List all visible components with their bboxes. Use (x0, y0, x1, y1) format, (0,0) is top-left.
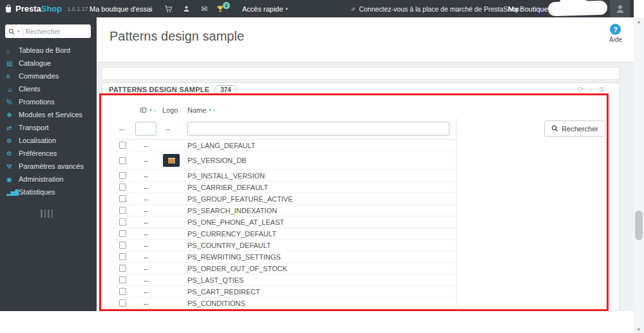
filter-row: -- -- (114, 118, 456, 140)
row-checkbox[interactable] (119, 230, 126, 237)
sidebar-menu-item[interactable]: ▂▅▇ Statistiques (0, 186, 97, 198)
row-checkbox[interactable] (119, 300, 126, 307)
row-name[interactable]: PS_VERSION_DB (187, 157, 456, 164)
sidebar-item-icon: % (6, 99, 19, 106)
brand-name: PrestaShop (15, 4, 62, 14)
sidebar-menu-item[interactable]: ⚙ Préférences (0, 147, 97, 160)
id-filter-input[interactable] (135, 122, 156, 136)
search-button[interactable]: Rechercher (544, 120, 605, 137)
cart-icon[interactable] (164, 0, 173, 17)
table-row: -- PS_CART_REDIRECT (114, 286, 456, 298)
column-header-id[interactable]: ID ▼▲ (133, 106, 159, 114)
marketplace-label: Connectez-vous à la place de marché de P… (359, 5, 519, 13)
row-checkbox[interactable] (119, 184, 126, 191)
marketplace-link[interactable]: ∞ Connectez-vous à la place de marché de… (351, 0, 519, 17)
sidebar-menu: ⌂ Tableau de Bord ▤ Catalogue ≡ Commande… (0, 44, 97, 198)
menu-collapse-button[interactable] (41, 209, 54, 218)
row-id: -- (133, 184, 159, 191)
table-row: -- PS_CURRENCY_DEFAULT (114, 228, 456, 240)
search-divider (23, 27, 23, 35)
filter-placeholder: -- (114, 125, 133, 133)
row-checkbox[interactable] (119, 172, 126, 179)
sidebar-item-icon: ≡ (6, 73, 19, 80)
sidebar-menu-item[interactable]: ≡ Commandes (0, 70, 97, 82)
name-filter-input[interactable] (187, 122, 450, 136)
row-name[interactable]: PS_CART_REDIRECT (187, 288, 456, 296)
row-checkbox[interactable] (119, 157, 126, 164)
sidebar-menu-item[interactable]: ❖ Modules et Services (0, 108, 97, 121)
row-checkbox[interactable] (119, 195, 126, 202)
sort-asc-icon[interactable]: ▲ (213, 108, 216, 112)
quick-access-dropdown[interactable]: Accès rapide ▾ (242, 0, 288, 17)
sidebar-item-label: Statistiques (19, 188, 55, 196)
sidebar-search-input[interactable] (26, 28, 88, 35)
scroll-down-arrow-icon[interactable]: ▼ (634, 325, 644, 333)
row-name[interactable]: PS_REWRITING_SETTINGS (187, 253, 456, 261)
row-id: -- (133, 300, 159, 307)
sort-desc-icon[interactable]: ▼ (149, 108, 152, 112)
sidebar-item-label: Modules et Services (19, 111, 82, 119)
help-button[interactable]: ? Aide (609, 24, 622, 43)
sidebar-menu-item[interactable]: ☺ Clients (0, 82, 97, 95)
row-name[interactable]: PS_COUNTRY_DEFAULT (187, 242, 456, 249)
sidebar-menu-item[interactable]: ◉ Administration (0, 173, 97, 186)
panel-header: PATTERNS DESIGN SAMPLE 374 ⟳ › ≣ (102, 83, 619, 96)
row-name[interactable]: PS_INSTALL_VERSION (187, 172, 456, 180)
row-name[interactable]: PS_GROUP_FEATURE_ACTIVE (187, 195, 456, 203)
main-content: Patterns design sample ? Aide PATTERNS D… (97, 17, 634, 311)
row-name[interactable]: PS_LANG_DEFAULT (187, 142, 456, 149)
sidebar-menu-item[interactable]: ⚒ Paramètres avancés (0, 160, 97, 173)
sidebar-menu-item[interactable]: % Promotions (0, 95, 97, 108)
messages-icon[interactable]: ✉ (201, 0, 207, 17)
sidebar-item-label: Tableau de Bord (19, 46, 70, 54)
user-avatar[interactable] (610, 0, 630, 17)
row-id: -- (133, 142, 159, 149)
row-checkbox[interactable] (119, 142, 126, 149)
row-checkbox[interactable] (119, 242, 126, 249)
stack-icon[interactable]: ≣ (598, 85, 605, 94)
sidebar-menu-item[interactable]: ▤ Catalogue (0, 57, 97, 70)
sidebar-item-icon: ◉ (6, 176, 19, 183)
row-checkbox[interactable] (119, 218, 126, 225)
row-checkbox[interactable] (119, 288, 126, 295)
sort-desc-icon[interactable]: ▼ (208, 108, 211, 112)
empty-toolbar (102, 67, 620, 80)
scrollbar-thumb[interactable] (635, 211, 643, 240)
notification-badge[interactable]: 2 (223, 2, 230, 9)
row-name[interactable]: PS_CURRENCY_DEFAULT (187, 230, 456, 238)
refresh-icon[interactable]: ⟳ (578, 85, 584, 94)
sidebar-menu-item[interactable]: ⇄ Transport (0, 121, 97, 134)
row-checkbox[interactable] (119, 276, 126, 283)
row-checkbox[interactable] (119, 265, 126, 272)
scroll-up-arrow-icon[interactable]: ▲ (634, 17, 644, 25)
row-id: -- (133, 242, 159, 249)
table-header-row: ID ▼▲ Logo Name ▼▲ (114, 96, 457, 118)
row-name[interactable]: PS_SEARCH_INDEXATION (187, 207, 456, 214)
row-name[interactable]: PS_CONDITIONS (187, 300, 456, 307)
customer-icon[interactable] (183, 0, 190, 17)
row-checkbox[interactable] (119, 207, 126, 214)
row-logo-image (163, 154, 180, 167)
chevron-right-icon[interactable]: › (590, 85, 592, 94)
column-header-name[interactable]: Name ▼▲ (187, 106, 457, 114)
sidebar-menu-item[interactable]: ⌂ Tableau de Bord (0, 44, 97, 57)
row-id: -- (133, 218, 159, 226)
prestashop-logo[interactable]: PrestaShop 1.6.1.17 (5, 0, 88, 17)
search-scope-caret-icon[interactable]: ▾ (17, 29, 20, 34)
row-name[interactable]: PS_ORDER_OUT_OF_STOCK (187, 265, 456, 272)
shop-name-link[interactable]: Ma boutique d'essai (90, 0, 153, 17)
vertical-scrollbar[interactable]: ▲ ▼ (634, 17, 644, 333)
row-name[interactable]: PS_LAST_QTIES (187, 276, 456, 284)
table-row: -- PS_VERSION_DB (114, 151, 456, 170)
row-name[interactable]: PS_ONE_PHONE_AT_LEAST (187, 218, 456, 226)
sidebar-search-box[interactable]: ▾ (5, 24, 91, 38)
my-shop-link[interactable]: Ma Boutique (508, 0, 548, 17)
row-name[interactable]: PS_CARRIER_DEFAULT (187, 184, 456, 191)
sort-controls: ▼▲ (149, 108, 156, 112)
sort-asc-icon[interactable]: ▲ (153, 108, 156, 112)
top-bar: PrestaShop 1.6.1.17 Ma boutique d'essai … (0, 0, 634, 17)
sidebar-menu-item[interactable]: ⊕ Localisation (0, 134, 97, 147)
trophy-icon[interactable] (216, 0, 224, 17)
row-checkbox[interactable] (119, 253, 126, 260)
table-row: -- PS_REWRITING_SETTINGS (114, 251, 456, 263)
